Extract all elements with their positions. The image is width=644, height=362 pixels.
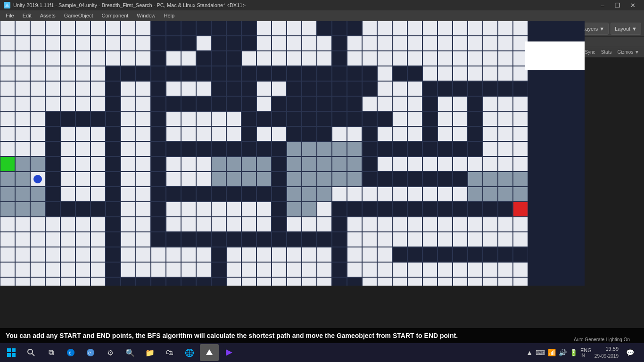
grid-cell[interactable] bbox=[166, 172, 181, 187]
grid-cell[interactable] bbox=[438, 187, 453, 202]
grid-cell[interactable] bbox=[317, 81, 332, 96]
grid-cell[interactable] bbox=[30, 66, 45, 81]
grid-cell[interactable] bbox=[347, 247, 362, 262]
grid-cell[interactable] bbox=[317, 36, 332, 51]
grid-cell[interactable] bbox=[75, 202, 91, 217]
grid-cell[interactable] bbox=[30, 81, 45, 96]
grid-cell[interactable] bbox=[136, 51, 151, 66]
grid-cell[interactable] bbox=[181, 232, 196, 247]
grid-cell[interactable] bbox=[121, 202, 136, 217]
grid-cell[interactable] bbox=[181, 66, 196, 81]
grid-cell[interactable] bbox=[181, 111, 196, 126]
grid-cell[interactable] bbox=[106, 66, 121, 81]
grid-cell[interactable] bbox=[392, 51, 407, 66]
grid-cell[interactable] bbox=[317, 172, 332, 187]
grid-cell[interactable] bbox=[483, 66, 498, 81]
grid-cell[interactable] bbox=[377, 126, 392, 141]
grid-cell[interactable] bbox=[166, 156, 181, 172]
grid-cell[interactable] bbox=[332, 66, 347, 81]
grid-cell[interactable] bbox=[30, 51, 45, 66]
grid-cell[interactable] bbox=[468, 262, 483, 277]
grid-cell[interactable] bbox=[302, 172, 317, 187]
grid-cell[interactable] bbox=[0, 187, 15, 202]
grid-cell[interactable] bbox=[91, 202, 106, 217]
grid-cell[interactable] bbox=[211, 217, 226, 232]
grid-cell[interactable] bbox=[256, 126, 272, 141]
grid-cell[interactable] bbox=[106, 21, 121, 36]
grid-cell[interactable] bbox=[106, 81, 121, 96]
grid-cell[interactable] bbox=[272, 96, 287, 111]
grid-cell[interactable] bbox=[332, 81, 347, 96]
menu-edit[interactable]: Edit bbox=[19, 12, 35, 19]
grid-cell[interactable] bbox=[377, 81, 392, 96]
grid-cell[interactable] bbox=[30, 262, 45, 277]
grid-cell[interactable] bbox=[45, 81, 60, 96]
grid-cell[interactable] bbox=[60, 232, 75, 247]
grid-cell[interactable] bbox=[422, 21, 438, 36]
grid-cell[interactable] bbox=[377, 262, 392, 277]
grid-cell[interactable] bbox=[256, 172, 272, 187]
grid-cell[interactable] bbox=[407, 126, 422, 141]
grid-cell[interactable] bbox=[60, 21, 75, 36]
grid-cell[interactable] bbox=[91, 232, 106, 247]
grid-cell[interactable] bbox=[377, 202, 392, 217]
grid-cell[interactable] bbox=[60, 187, 75, 202]
grid-cell[interactable] bbox=[136, 21, 151, 36]
grid-cell[interactable] bbox=[181, 96, 196, 111]
grid-cell[interactable] bbox=[317, 21, 332, 36]
grid-cell[interactable] bbox=[256, 202, 272, 217]
grid-cell[interactable] bbox=[211, 156, 226, 172]
grid-cell[interactable] bbox=[468, 156, 483, 172]
grid-cell[interactable] bbox=[347, 141, 362, 156]
grid-cell[interactable] bbox=[272, 66, 287, 81]
grid-cell[interactable] bbox=[317, 187, 332, 202]
grid-cell[interactable] bbox=[302, 111, 317, 126]
grid-cell[interactable] bbox=[272, 141, 287, 156]
grid-cell[interactable] bbox=[166, 21, 181, 36]
grid-cell[interactable] bbox=[392, 126, 407, 141]
grid-cell[interactable] bbox=[377, 156, 392, 172]
grid-cell[interactable] bbox=[15, 156, 30, 172]
grid-cell[interactable] bbox=[60, 172, 75, 187]
taskbar-app-visual-studio[interactable] bbox=[220, 344, 239, 361]
grid-cell[interactable] bbox=[498, 126, 513, 141]
grid-cell[interactable] bbox=[60, 156, 75, 172]
grid-cell[interactable] bbox=[45, 111, 60, 126]
grid-cell[interactable] bbox=[317, 96, 332, 111]
grid-cell[interactable] bbox=[483, 187, 498, 202]
grid-cell[interactable] bbox=[453, 232, 468, 247]
grid-cell[interactable] bbox=[287, 156, 302, 172]
grid-cell[interactable] bbox=[256, 232, 272, 247]
grid-cell[interactable] bbox=[287, 202, 302, 217]
grid-cell[interactable] bbox=[287, 36, 302, 51]
grid-cell[interactable] bbox=[45, 126, 60, 141]
grid-cell[interactable] bbox=[151, 202, 166, 217]
grid-cell[interactable] bbox=[75, 141, 91, 156]
grid-cell[interactable] bbox=[106, 172, 121, 187]
grid-cell[interactable] bbox=[166, 126, 181, 141]
grid-cell[interactable] bbox=[422, 202, 438, 217]
grid-cell[interactable] bbox=[407, 187, 422, 202]
grid-cell[interactable] bbox=[136, 156, 151, 172]
grid-cell[interactable] bbox=[272, 262, 287, 277]
taskbar-app-edge[interactable]: e bbox=[61, 344, 80, 361]
grid-cell[interactable] bbox=[91, 66, 106, 81]
grid-cell[interactable] bbox=[453, 202, 468, 217]
grid-cell[interactable] bbox=[468, 141, 483, 156]
grid-cell[interactable] bbox=[15, 96, 30, 111]
grid-cell[interactable] bbox=[302, 202, 317, 217]
grid-cell[interactable] bbox=[453, 172, 468, 187]
grid-cell[interactable] bbox=[498, 81, 513, 96]
grid-cell[interactable] bbox=[483, 51, 498, 66]
grid-cell[interactable] bbox=[91, 187, 106, 202]
grid-cell[interactable] bbox=[15, 111, 30, 126]
grid-cell[interactable] bbox=[151, 141, 166, 156]
grid-cell[interactable] bbox=[347, 232, 362, 247]
grid-cell[interactable] bbox=[513, 217, 528, 232]
grid-cell[interactable] bbox=[211, 96, 226, 111]
grid-cell[interactable] bbox=[332, 217, 347, 232]
grid-cell[interactable] bbox=[0, 217, 15, 232]
grid-cell[interactable] bbox=[483, 217, 498, 232]
grid-cell[interactable] bbox=[166, 277, 181, 286]
grid-cell[interactable] bbox=[332, 277, 347, 286]
